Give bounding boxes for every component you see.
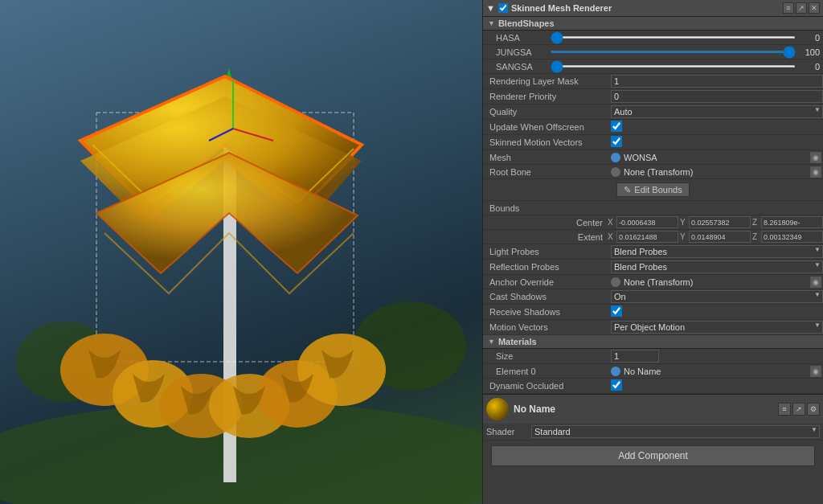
mesh-ref: WONSA [608, 153, 810, 162]
material-search-btn[interactable]: ≡ [778, 403, 791, 416]
edit-bounds-button[interactable]: ✎ Edit Bounds [616, 182, 689, 197]
viewport[interactable] [0, 0, 482, 504]
header-menu-btn[interactable]: ≡ [783, 2, 794, 14]
materials-size-label: Size [483, 351, 608, 361]
update-when-offscreen-row: Update When Offscreen [483, 120, 823, 135]
bounds-extent-x-item: X 0.01621488 [608, 231, 678, 243]
skinned-motion-vectors-label: Skinned Motion Vectors [483, 137, 608, 147]
blend-jungsa-label: JUNGSA [483, 47, 547, 57]
blend-jungsa-value: 100 [799, 47, 823, 57]
mesh-value: WONSA [624, 153, 657, 162]
rendering-layer-mask-label: Rendering Layer Mask [483, 76, 608, 86]
dynamic-occluded-label: Dynamic Occluded [483, 381, 608, 391]
root-bone-icon [611, 167, 620, 177]
update-when-offscreen-checkbox[interactable] [611, 121, 622, 132]
element0-value: No Name [624, 367, 661, 376]
root-bone-pick-btn[interactable]: ◉ [810, 166, 821, 178]
bounds-center-xyz: X -0.0006438 Y 0.02557382 Z 8.261809e- [608, 216, 823, 228]
component-header: ▼ Skinned Mesh Renderer ≡ ↗ ✕ [483, 0, 823, 17]
dynamic-occluded-checkbox[interactable] [611, 379, 622, 391]
material-name: No Name [514, 404, 773, 415]
header-open-btn[interactable]: ↗ [796, 2, 807, 14]
anchor-override-row: Anchor Override None (Transform) ◉ [483, 275, 823, 289]
materials-section-header[interactable]: ▼ Materials [483, 335, 823, 349]
materials-label: Materials [498, 337, 537, 346]
blendshapes-arrow: ▼ [488, 19, 495, 27]
light-probes-label: Light Probes [483, 247, 608, 256]
dynamic-occluded-row: Dynamic Occluded [483, 379, 823, 394]
materials-size-row: Size [483, 349, 823, 364]
component-title: Skinned Mesh Renderer [511, 3, 612, 13]
quality-row: Quality Auto High Low [483, 104, 823, 120]
anchor-override-label: Anchor Override [483, 277, 608, 287]
root-bone-value: None (Transform) [624, 167, 693, 177]
rendering-layer-mask-row: Rendering Layer Mask [483, 74, 823, 89]
root-bone-label: Root Bone [483, 167, 608, 177]
receive-shadows-label: Receive Shadows [483, 307, 608, 317]
blend-hasa-label: HASA [483, 33, 547, 43]
material-icons: ≡ ↗ ⚙ [778, 403, 820, 416]
element0-row: Element 0 No Name ◉ [483, 364, 823, 379]
bounds-extent-label: Extent [483, 232, 608, 242]
component-enabled-checkbox[interactable] [498, 3, 508, 13]
renderer-priority-input[interactable] [611, 90, 823, 103]
blend-hasa-row: HASA 0 [483, 31, 823, 45]
element0-label: Element 0 [483, 367, 608, 376]
bounds-center-y-item: Y 0.02557382 [680, 216, 751, 228]
motion-vectors-select[interactable]: Per Object Motion Camera Motion Only For… [611, 321, 823, 334]
edit-bounds-icon: ✎ [624, 185, 631, 195]
element0-pick-btn[interactable]: ◉ [810, 366, 821, 377]
bounds-center-z-value: 8.261809e- [761, 216, 823, 228]
blend-sangsa-label: SANGSA [483, 62, 547, 72]
material-settings-btn[interactable]: ⚙ [807, 403, 820, 416]
mesh-row: Mesh WONSA ◉ [483, 150, 823, 165]
blend-sangsa-value: 0 [799, 62, 823, 72]
quality-label: Quality [483, 107, 608, 117]
bounds-label: Bounds [483, 203, 608, 213]
blend-sangsa-slider[interactable] [551, 65, 796, 68]
bounds-center-y-label: Y [680, 218, 688, 227]
blend-jungsa-slider[interactable] [551, 51, 796, 53]
receive-shadows-checkbox[interactable] [611, 305, 622, 317]
bounds-extent-y-value: 0.0148904 [689, 231, 751, 243]
materials-arrow: ▼ [488, 338, 495, 346]
element0-ref: No Name [608, 367, 810, 376]
renderer-priority-row: Renderer Priority [483, 89, 823, 104]
bounds-extent-x-value: 0.01621488 [616, 231, 678, 243]
skinned-motion-vectors-checkbox[interactable] [611, 136, 622, 147]
collapse-arrow[interactable]: ▼ [486, 3, 495, 13]
cast-shadows-select[interactable]: On Off Two Sided Shadows Only [611, 290, 823, 303]
material-open-btn[interactable]: ↗ [792, 403, 805, 416]
bounds-center-x-value: -0.0006438 [616, 216, 678, 228]
blendshapes-section-header[interactable]: ▼ BlendShapes [483, 17, 823, 31]
materials-size-input[interactable] [611, 350, 659, 363]
light-probes-select[interactable]: Blend Probes Off Use Proxy Volume [611, 245, 823, 258]
blendshapes-label: BlendShapes [498, 18, 555, 28]
update-when-offscreen-label: Update When Offscreen [483, 122, 608, 132]
rendering-layer-mask-input[interactable] [611, 75, 823, 88]
receive-shadows-row: Receive Shadows [483, 305, 823, 320]
anchor-override-value: None (Transform) [624, 277, 693, 287]
bounds-center-x-item: X -0.0006438 [608, 216, 678, 228]
header-close-btn[interactable]: ✕ [809, 2, 820, 14]
bounds-center-x-label: X [608, 218, 616, 227]
mesh-icon [611, 153, 620, 162]
reflection-probes-row: Reflection Probes Blend Probes Off Simpl… [483, 260, 823, 275]
reflection-probes-select[interactable]: Blend Probes Off Simple [611, 260, 823, 273]
bounds-section-row: Bounds [483, 201, 823, 215]
mesh-pick-btn[interactable]: ◉ [810, 152, 821, 163]
motion-vectors-label: Motion Vectors [483, 322, 608, 332]
blend-hasa-slider[interactable] [551, 36, 796, 39]
inspector-panel: ▼ Skinned Mesh Renderer ≡ ↗ ✕ ▼ BlendSha… [482, 0, 823, 504]
reflection-probes-label: Reflection Probes [483, 262, 608, 272]
quality-select[interactable]: Auto High Low [611, 105, 823, 118]
add-component-button[interactable]: Add Component [491, 445, 815, 466]
material-sphere [486, 398, 509, 420]
material-preview: No Name ≡ ↗ ⚙ [483, 394, 823, 424]
bounds-center-z-label: Z [752, 218, 760, 227]
anchor-override-ref: None (Transform) [608, 277, 810, 287]
shader-select[interactable]: Standard Unlit/Color Unlit/Texture [531, 425, 820, 438]
anchor-override-pick-btn[interactable]: ◉ [810, 277, 821, 288]
bounds-extent-x-label: X [608, 232, 616, 241]
bounds-center-label: Center [483, 218, 608, 227]
